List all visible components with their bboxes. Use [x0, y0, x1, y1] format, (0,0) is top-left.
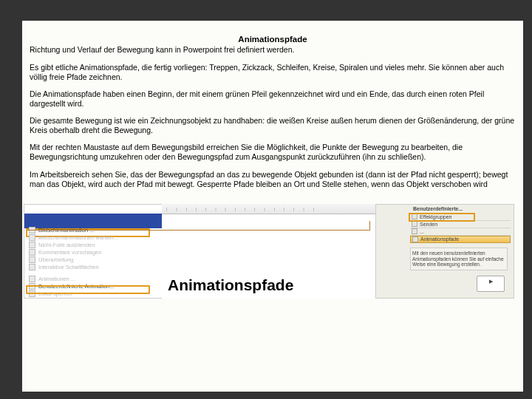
menu-item: Kommentare vorschlagen	[27, 249, 160, 256]
ruler: | | | | | | | | | | | | | | | |	[162, 204, 376, 214]
menu-icon	[29, 249, 35, 256]
menu-icon	[29, 264, 35, 270]
menu-label: Interaktive Schaltflächen	[38, 264, 99, 270]
menu-icon	[29, 276, 35, 282]
menu-item: Nicht-Folie ausblenden	[27, 242, 160, 249]
menu-item: Interaktive Schaltflächen	[27, 264, 160, 271]
play-button-stub: ▶	[477, 276, 505, 292]
page-title: Animationspfade	[30, 34, 516, 44]
effect-label: ...	[420, 229, 424, 234]
left-screenshot: Bildschirmanimation ... Bildschirmanimat…	[24, 204, 163, 299]
paragraph-5: Mit der rechten Maustaste auf dem Bewegu…	[30, 143, 516, 162]
taskpane-title: Benutzerdefinierte...	[413, 206, 463, 211]
menu-item: Bildschirmanimationen wählen...	[27, 234, 160, 242]
menu-icon	[29, 242, 35, 248]
connector-line-vert	[369, 221, 371, 231]
star-icon	[412, 236, 418, 242]
screenshots-row: Bildschirmanimation ... Bildschirmanimat…	[22, 201, 523, 299]
effect-row: ...	[410, 228, 511, 236]
effect-label: Senden	[420, 222, 437, 227]
menu-label: Animationen ...	[38, 276, 75, 282]
highlight-add-effect	[409, 213, 475, 222]
effect-label: Animationspfade	[420, 236, 459, 242]
description-panel: Mit den neuen benutzerdefinierten Animat…	[410, 248, 508, 270]
paragraph-2: Es gibt etliche Animationspfade, die fer…	[30, 63, 516, 82]
middle-screenshot: | | | | | | | | | | | | | | | | Animatio…	[162, 204, 376, 299]
titlebar-stub	[24, 214, 162, 228]
paragraph-3: Die Animationspfade haben einen Beginn, …	[30, 89, 516, 109]
document-body: Animationspfade Richtung und Verlauf der…	[22, 21, 523, 201]
menu-icon	[29, 234, 35, 241]
highlight-custom-animation	[26, 285, 150, 294]
paragraph-6: Im Arbeitsbereich sehen Sie, das der Bew…	[30, 170, 516, 189]
menu-label: Kommentare vorschlagen	[38, 249, 101, 256]
effect-row: Senden	[410, 221, 511, 228]
right-screenshot: Benutzerdefinierte... Effektgruppen Send…	[375, 204, 514, 299]
effect-row-animation-paths: Animationspfade	[410, 236, 511, 243]
menu-item: Animationen ...	[27, 276, 160, 283]
paragraph-1: Richtung und Verlauf der Bewegung kann i…	[30, 45, 516, 55]
menu-icon	[29, 256, 35, 263]
menu-label: Überarbeitung	[38, 256, 74, 263]
menu-label: Bildschirmanimationen wählen...	[38, 234, 118, 241]
star-icon	[412, 228, 417, 234]
star-icon	[412, 221, 417, 227]
connector-line	[27, 230, 369, 231]
menu-label: Nicht-Folie ausblenden	[38, 242, 95, 248]
play-icon: ▶	[489, 279, 493, 284]
slide-title-text: Animationspfade	[168, 276, 293, 294]
paragraph-4: Die gesamte Bewegung ist wie ein Zeichnu…	[30, 116, 516, 135]
menu-item: Überarbeitung	[27, 256, 160, 264]
